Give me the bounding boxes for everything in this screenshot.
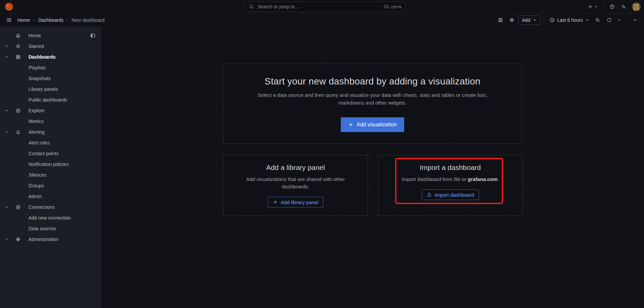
chevron-right-icon[interactable]	[5, 237, 15, 241]
chevron-right-icon[interactable]	[5, 44, 15, 48]
chevron-up-icon	[633, 18, 637, 22]
plus-icon	[348, 122, 354, 127]
breadcrumb-toolbar: Home › Dashboards › New dashboard Add La…	[0, 13, 644, 27]
refresh-button[interactable]	[604, 15, 614, 25]
divider	[626, 17, 627, 23]
new-dropdown-button[interactable]	[586, 2, 600, 12]
sidebar-item-snapshots[interactable]: Snapshots	[0, 73, 100, 84]
question-circle-icon	[609, 4, 615, 9]
chevron-down-icon[interactable]	[5, 109, 15, 113]
breadcrumb-separator: ›	[67, 18, 68, 23]
dock-menu-icon[interactable]	[90, 33, 96, 38]
upload-icon	[427, 192, 432, 197]
chevron-down-icon[interactable]	[5, 55, 15, 59]
sidebar-item-alert-rules[interactable]: Alert rules	[0, 137, 100, 148]
clock-icon	[549, 17, 555, 23]
sidebar-item-label: Administration	[29, 237, 58, 242]
sidebar-item-explore[interactable]: Explore	[0, 105, 100, 116]
search-box[interactable]: ctrl+k	[245, 2, 405, 12]
sidebar-item-contact-points[interactable]: Contact points	[0, 148, 100, 159]
sidebar-item-label: Admin	[29, 194, 42, 199]
sidebar-item-add-new-connection[interactable]: Add new connection	[0, 212, 100, 223]
sidebar-item-label: Connections	[29, 204, 55, 210]
time-range-picker[interactable]: Last 6 hours	[547, 15, 591, 25]
sidebar-item-groups[interactable]: Groups	[0, 180, 100, 191]
add-panel-button[interactable]: Add	[518, 15, 540, 25]
sidebar-item-alerting[interactable]: Alerting	[0, 127, 100, 137]
sidebar-item-data-sources[interactable]: Data sources	[0, 223, 100, 234]
dashboard-toolbar-actions: Add Last 6 hours	[495, 15, 640, 25]
sidebar-item-admin[interactable]: Admin	[0, 191, 100, 202]
sidebar-item-notification-policies[interactable]: Notification policies	[0, 159, 100, 170]
import-dashboard-button[interactable]: Import dashboard	[422, 189, 479, 200]
save-icon	[498, 17, 503, 23]
sidebar-item-label: Playlists	[29, 65, 46, 70]
chevron-down-icon[interactable]	[5, 130, 15, 134]
sidebar-item-label: Silences	[29, 172, 46, 178]
import-card-title: Import a dashboard	[420, 164, 481, 172]
search-input[interactable]	[257, 4, 384, 10]
sidebar-item-label: Dashboards	[29, 54, 56, 60]
sidebar-item-label: Starred	[29, 44, 44, 49]
hamburger-icon	[6, 17, 12, 23]
dashboard-canvas: Start your new dashboard by adding a vis…	[101, 27, 644, 308]
chevron-down-icon	[533, 18, 537, 22]
topbar-right-actions	[586, 0, 641, 13]
home-icon	[15, 33, 29, 38]
add-library-panel-button[interactable]: Add library panel	[268, 197, 324, 207]
collapse-toolbar-button[interactable]	[630, 15, 640, 25]
time-range-label: Last 6 hours	[557, 17, 583, 23]
cog-icon	[15, 237, 29, 242]
save-dashboard-button[interactable]	[495, 15, 505, 25]
sidebar-item-silences[interactable]: Silences	[0, 170, 100, 180]
add-visualization-button[interactable]: Add visualization	[341, 117, 404, 132]
breadcrumb-separator: ›	[33, 18, 35, 23]
refresh-interval-dropdown[interactable]	[615, 15, 623, 25]
dashboard-settings-button[interactable]	[507, 15, 517, 25]
breadcrumb-home[interactable]: Home	[17, 17, 30, 23]
sidebar-item-label: Library panels	[29, 86, 58, 92]
gear-icon	[509, 17, 515, 23]
sidebar-item-label: Add new connection	[29, 215, 71, 221]
sidebar-item-metrics[interactable]: Metrics	[0, 116, 100, 127]
link-icon	[15, 204, 29, 210]
sidebar-item-label: Alerting	[29, 129, 44, 135]
sidebar-item-administration[interactable]: Administration	[0, 234, 100, 245]
refresh-icon	[606, 17, 612, 23]
avatar-image	[632, 2, 641, 11]
cta-title: Start your new dashboard by adding a vis…	[265, 76, 481, 87]
chevron-down-icon[interactable]	[5, 205, 15, 209]
sidebar-item-label: Data sources	[29, 226, 56, 231]
sidebar-item-playlists[interactable]: Playlists	[0, 62, 100, 73]
top-navigation-bar: ctrl+k	[0, 0, 644, 13]
sidebar-item-home[interactable]: Home	[0, 30, 100, 41]
sidebar-item-starred[interactable]: Starred	[0, 41, 100, 52]
news-button[interactable]	[619, 2, 629, 12]
breadcrumb-dashboards[interactable]: Dashboards	[38, 17, 64, 23]
keyboard-icon	[384, 4, 389, 9]
search-shortcut-label: ctrl+k	[391, 4, 401, 9]
cta-subtitle: Select a data source and then query and …	[258, 91, 487, 107]
sidebar-item-label: Explore	[29, 108, 44, 113]
sidebar-item-library-panels[interactable]: Library panels	[0, 84, 100, 95]
sidebar: Home Starred Dashboards Playlists Snapsh…	[0, 27, 101, 308]
user-avatar[interactable]	[632, 2, 641, 11]
sidebar-item-connections[interactable]: Connections	[0, 202, 100, 212]
search-icon	[249, 4, 254, 9]
sidebar-item-label: Notification policies	[29, 162, 69, 167]
sidebar-item-label: Public dashboards	[29, 97, 67, 103]
grafana-com-link[interactable]: grafana.com	[468, 176, 497, 182]
grafana-logo[interactable]	[4, 2, 14, 12]
sidebar-item-label: Metrics	[29, 119, 44, 124]
help-button[interactable]	[607, 2, 617, 12]
zoom-out-time-button[interactable]	[593, 15, 603, 25]
divider	[603, 4, 604, 10]
library-card-subtitle: Add visualizations that are shared with …	[246, 176, 345, 190]
sidebar-item-label: Home	[29, 33, 41, 38]
bell-icon	[15, 129, 29, 135]
sidebar-item-dashboards[interactable]: Dashboards	[0, 52, 100, 62]
sidebar-item-label: Groups	[29, 183, 44, 188]
sidebar-item-public-dashboards[interactable]: Public dashboards	[0, 95, 100, 105]
add-visualization-panel: Start your new dashboard by adding a vis…	[223, 64, 522, 144]
mega-menu-toggle-button[interactable]	[4, 15, 14, 25]
